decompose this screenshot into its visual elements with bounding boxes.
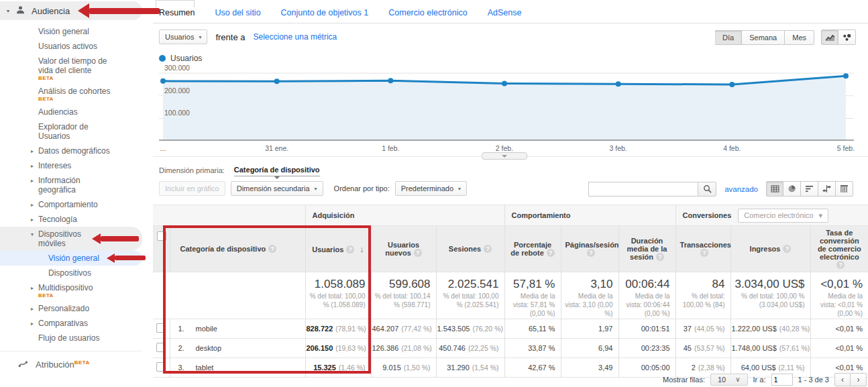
- plot-rows-button[interactable]: Incluir en gráfico: [159, 181, 225, 196]
- sidebar-item[interactable]: ▸ Personalizado: [0, 301, 142, 316]
- total-users: 1.058.089% del total: 100,00 % (1.058.08…: [305, 272, 371, 319]
- conversions-goal-selector[interactable]: Comercio electrónico ▾: [738, 209, 828, 223]
- help-icon[interactable]: ?: [484, 245, 492, 253]
- advanced-search-link[interactable]: avanzado: [724, 185, 758, 193]
- report-tab[interactable]: AdSense: [488, 8, 522, 17]
- column-header-pages[interactable]: Páginas/sesión?: [561, 226, 618, 272]
- rows-per-page-select[interactable]: 10 ∨: [710, 374, 748, 386]
- sidebar-item[interactable]: ▸ Datos demográficos: [0, 144, 142, 158]
- total-sessions: 2.025.541% del total: 100,00 % (2.025.54…: [436, 272, 504, 319]
- next-page-button[interactable]: ›: [851, 373, 867, 386]
- total-bounce: 57,81 %Media de la vista: 57,81 % (0,00 …: [504, 272, 561, 319]
- column-header-users[interactable]: Usuarios?↓: [305, 226, 371, 272]
- motion-chart-view-button[interactable]: [838, 30, 856, 45]
- report-tab[interactable]: Resumen: [159, 8, 195, 17]
- row-checkbox[interactable]: [156, 343, 166, 352]
- percentage-view-button[interactable]: [783, 181, 801, 197]
- total-revenue: 3.034,00 US$% del total: 100,00 % (3.034…: [730, 272, 810, 319]
- column-header-conv-rate[interactable]: Tasa de conversión de comercio electróni…: [810, 226, 868, 272]
- sidebar-item-label: Multidispositivo: [38, 283, 93, 292]
- sidebar-item[interactable]: Audiencias: [0, 105, 142, 119]
- report-tab[interactable]: Uso del sitio: [215, 8, 261, 17]
- sidebar-section-label: Audiencia: [32, 6, 70, 16]
- sidebar-item[interactable]: ▸ Información geográfica: [0, 173, 142, 197]
- primary-dimension-value-tab[interactable]: Categoría de dispositivo: [234, 166, 320, 176]
- sidebar-item[interactable]: ▸ Comportamiento: [0, 197, 142, 212]
- sidebar-item[interactable]: ▸ Comparativas: [0, 316, 142, 331]
- sort-type-dropdown[interactable]: Predeterminado ▾: [395, 181, 467, 196]
- performance-view-button[interactable]: [801, 181, 818, 197]
- help-icon[interactable]: ?: [700, 249, 708, 257]
- pivot-view-button[interactable]: [836, 181, 853, 197]
- column-header-device[interactable]: Categoría de dispositivo?: [170, 226, 305, 272]
- sidebar-item[interactable]: Valor del tiempo de vida del cliente BET…: [0, 54, 142, 84]
- sidebar-item[interactable]: Explorador de Usuarios: [0, 119, 142, 144]
- sidebar-item-label: Comparativas: [38, 319, 88, 328]
- help-icon[interactable]: ?: [656, 253, 664, 261]
- sidebar-item[interactable]: ▸ Tecnología: [0, 212, 142, 227]
- timeline-scrubber-handle[interactable]: [482, 152, 527, 160]
- sidebar-item[interactable]: Visión general: [0, 251, 142, 266]
- sidebar-item[interactable]: ▸ Intereses: [0, 158, 142, 173]
- granularity-button[interactable]: Mes: [785, 30, 814, 45]
- column-header-transactions[interactable]: Transacciones?: [675, 226, 730, 272]
- help-icon[interactable]: ?: [547, 249, 555, 257]
- report-tabs: Resumen Uso del sitio Conjunto de objeti…: [153, 0, 868, 23]
- granularity-button[interactable]: Semana: [742, 30, 785, 45]
- help-icon[interactable]: ?: [783, 245, 791, 253]
- select-all-checkbox[interactable]: [157, 231, 166, 241]
- sidebar-item[interactable]: ▸ Multidispositivo BETA: [0, 280, 142, 301]
- row-checkbox[interactable]: [156, 323, 166, 333]
- sidebar-section-audiencia[interactable]: ▾ Audiencia: [0, 1, 142, 20]
- search-button[interactable]: [698, 182, 716, 197]
- sessions-cell: 450.746(22,25 %): [436, 339, 504, 358]
- chart-display-controls: Día Semana Mes: [715, 30, 856, 45]
- line-chart-canvas: [159, 66, 854, 142]
- sidebar-item[interactable]: Usuarios activos: [0, 39, 142, 54]
- pages-cell: 1,97: [561, 319, 618, 339]
- expand-caret-icon: ▸: [31, 147, 34, 156]
- sidebar-item-label: Análisis de cohortes: [38, 87, 110, 96]
- device-category-cell[interactable]: 2.desktop: [170, 339, 305, 358]
- table-toolbar-right: avanzado: [588, 181, 853, 197]
- table-search-input[interactable]: [588, 182, 698, 197]
- help-icon[interactable]: ?: [836, 261, 845, 269]
- table-toolbar-left: Incluir en gráfico Dimensión secundaria …: [159, 181, 467, 196]
- help-icon[interactable]: ?: [587, 249, 595, 257]
- secondary-dimension-dropdown[interactable]: Dimensión secundaria ▾: [231, 181, 323, 196]
- column-header-new-users[interactable]: Usuarios nuevos?: [371, 226, 436, 272]
- data-table-view-button[interactable]: [766, 181, 783, 197]
- column-header-revenue[interactable]: Ingresos?: [730, 226, 810, 272]
- section-caret-icon: ▾: [7, 8, 9, 14]
- pager: ‹ ›: [834, 373, 867, 386]
- primary-dimension-bar: Dimensión primaria: Categoría de disposi…: [159, 166, 320, 176]
- column-header-bounce[interactable]: Porcentaje de rebote?: [504, 226, 561, 272]
- sidebar-item[interactable]: ▾ Dispositivos móviles: [0, 227, 142, 251]
- goto-page-input[interactable]: [771, 374, 793, 386]
- report-tab[interactable]: Conjunto de objetivos 1: [281, 8, 369, 17]
- select-metric-link[interactable]: Seleccione una métrica: [254, 32, 337, 42]
- beta-badge: BETA: [74, 360, 90, 366]
- column-header-sessions[interactable]: Sesiones?: [436, 226, 504, 272]
- sidebar-item-label: Información geográfica: [38, 176, 111, 195]
- prev-page-button[interactable]: ‹: [834, 373, 851, 386]
- help-icon[interactable]: ?: [414, 249, 422, 257]
- row-checkbox[interactable]: [156, 362, 166, 372]
- sidebar-item[interactable]: Flujo de usuarios: [0, 331, 142, 345]
- line-chart-view-button[interactable]: [821, 30, 838, 45]
- device-category-cell[interactable]: 1.mobile: [170, 319, 305, 339]
- help-icon[interactable]: ?: [268, 245, 276, 253]
- sidebar-item-label: Dispositivos: [48, 268, 91, 278]
- group-conversions-label: Conversiones: [683, 211, 732, 219]
- chevron-down-icon: ∨: [735, 376, 740, 383]
- help-icon[interactable]: ?: [346, 245, 354, 254]
- report-tab[interactable]: Comercio electrónico: [388, 8, 467, 17]
- granularity-button[interactable]: Día: [715, 30, 742, 45]
- sidebar-item[interactable]: Visión general: [0, 24, 142, 39]
- column-header-duration[interactable]: Duración media de la sesión?: [618, 226, 675, 272]
- sidebar-item[interactable]: Dispositivos: [0, 266, 142, 280]
- comparison-view-button[interactable]: [818, 181, 836, 197]
- sidebar-item-atribucion[interactable]: AtribuciónBETA: [0, 356, 153, 374]
- metric-selector-dropdown[interactable]: Usuarios ▾: [159, 30, 207, 44]
- sidebar-item[interactable]: Análisis de cohortes BETA: [0, 84, 142, 105]
